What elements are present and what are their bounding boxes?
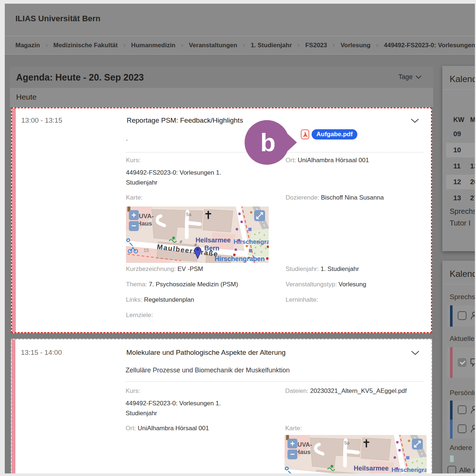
map-label-5a: 5a bbox=[186, 212, 191, 217]
agenda-title: Agenda: Heute - 20. Sep 2023 bbox=[16, 72, 144, 83]
breadcrumb-item-kurs[interactable]: 449492-FS2023-0: Vorlesungen 1. Studienj… bbox=[384, 42, 475, 49]
location-map[interactable]: SUVA- Haus 5a Heilsarmee Bern Hirschengr… bbox=[285, 435, 427, 473]
calendar-checkbox[interactable] bbox=[458, 424, 466, 433]
agenda-day-label: Heute bbox=[16, 93, 37, 101]
calendar-selection-panel: Kalender Sprechstunden Aktuelle Persönli… bbox=[442, 261, 475, 473]
divider bbox=[442, 89, 475, 90]
calendar-week-row[interactable]: 12 20 bbox=[446, 175, 475, 189]
calendar-week-row[interactable]: 10 bbox=[446, 143, 475, 157]
breadcrumb: Magazin › Medizinische Fakultät › Humanm… bbox=[5, 36, 475, 55]
collapse-event-button[interactable] bbox=[410, 118, 419, 125]
calendar-checkbox[interactable] bbox=[458, 358, 466, 367]
breadcrumb-item-fakultaet[interactable]: Medizinische Fakultät bbox=[53, 42, 118, 49]
section-heading-andere: Andere bbox=[450, 444, 472, 452]
event-time: 13:00 - 13:15 bbox=[21, 116, 62, 124]
calendar-panel-title: Kalender bbox=[450, 74, 475, 84]
section-heading-sprechstunden: Sprechstunden bbox=[450, 293, 475, 301]
dozierende-value: Bischoff Nina Susanna bbox=[321, 194, 384, 201]
kw-number: 09 bbox=[453, 130, 461, 138]
attachment-link[interactable]: Aufgabe.pdf bbox=[312, 129, 357, 140]
calendar-checkbox[interactable] bbox=[458, 311, 466, 320]
veranstaltungstyp-label: Veranstaltungstyp: bbox=[286, 281, 337, 288]
dateien-label: Dateien: bbox=[285, 387, 308, 394]
calendar-checkbox[interactable] bbox=[458, 405, 466, 414]
event-accent-bar bbox=[12, 339, 15, 473]
ort-value: UniAlhambra Hörsaal 001 bbox=[138, 425, 209, 432]
map-label-haus: Haus bbox=[137, 220, 152, 227]
section-heading-aktuelle: Aktuelle bbox=[450, 335, 475, 343]
kurs-link[interactable]: 449492-FS2023-0: Vorlesungen 1. Studienj… bbox=[126, 168, 240, 187]
person-icon bbox=[470, 311, 475, 320]
kw-number: 11 bbox=[453, 162, 461, 170]
map-zoom-out-button[interactable]: − bbox=[287, 450, 297, 460]
select-all-row: Alle anzeigen bbox=[442, 466, 475, 473]
event-description: . bbox=[126, 135, 128, 142]
kw-number: 10 bbox=[453, 146, 461, 154]
breadcrumb-item-fs2023[interactable]: FS2023 bbox=[305, 42, 327, 49]
calendar-event-text[interactable]: Tutor I bbox=[450, 219, 471, 227]
ort-label: Ort: bbox=[286, 157, 296, 164]
map-label-5a: 5a bbox=[344, 440, 350, 446]
map-zoom-in-button[interactable]: + bbox=[129, 210, 139, 220]
map-label-haus: Haus bbox=[295, 449, 310, 455]
collapse-event-button[interactable] bbox=[411, 350, 420, 357]
calendar-list-item bbox=[447, 401, 475, 420]
calendar-list-item bbox=[447, 305, 475, 327]
breadcrumb-item-magazin[interactable]: Magazin bbox=[15, 42, 40, 49]
breadcrumb-item-humanmedizin[interactable]: Humanmedizin bbox=[131, 42, 175, 49]
lernziele-label: Lernziele: bbox=[126, 312, 153, 319]
karte-label: Karte: bbox=[126, 194, 142, 201]
svg-text:+: + bbox=[290, 439, 295, 448]
dateien-value[interactable]: 20230321_Altern_KV5_AEggel.pdf bbox=[310, 387, 407, 394]
links-value[interactable]: Regelstundenplan bbox=[144, 296, 194, 303]
location-map[interactable]: ≠ ≠ ↑ SUVA- Haus 5a 15 Heilsarmee Bern H… bbox=[126, 207, 269, 263]
calendar-week-row[interactable]: 11 13 bbox=[446, 159, 475, 174]
chevron-down-icon bbox=[411, 350, 420, 356]
event-accent-bar bbox=[12, 108, 16, 332]
pdf-file-icon bbox=[301, 129, 309, 140]
chevron-right-icon: › bbox=[376, 41, 379, 49]
chevron-down-icon bbox=[410, 118, 419, 123]
map-zoom-in-button[interactable]: + bbox=[287, 439, 297, 449]
map-label-heilsarmee: Heilsarmee bbox=[354, 465, 388, 472]
breadcrumb-item-veranstaltungen[interactable]: Veranstaltungen bbox=[189, 42, 237, 49]
links-label: Links: bbox=[126, 296, 142, 303]
kurs-link[interactable]: 449492-FS2023-0: Vorlesungen 1. Studienj… bbox=[126, 398, 240, 418]
karte-label: Karte: bbox=[285, 425, 302, 432]
calendar-table-header: KW Mo bbox=[442, 113, 475, 126]
breadcrumb-item-vorlesung[interactable]: Vorlesung bbox=[341, 42, 371, 49]
calendar-color-bar bbox=[450, 420, 453, 439]
kurs-label: Kurs: bbox=[126, 387, 140, 394]
divider bbox=[126, 152, 424, 153]
event-attachment: Aufgabe.pdf bbox=[301, 129, 357, 140]
map-expand-button[interactable] bbox=[254, 210, 265, 221]
event-time: 13:15 - 14:00 bbox=[21, 349, 62, 357]
calendar-color-swatch bbox=[450, 455, 454, 462]
kw-date: 20 bbox=[470, 178, 475, 186]
chevron-right-icon: › bbox=[332, 41, 335, 49]
select-all-checkbox[interactable] bbox=[447, 466, 456, 473]
breadcrumb-item-studienjahr[interactable]: 1. Studienjahr bbox=[251, 42, 292, 49]
map-zoom-out-button[interactable]: − bbox=[129, 221, 139, 231]
event-card-molekulare[interactable]: 13:15 - 14:00 Molekulare und Pathologisc… bbox=[11, 339, 432, 473]
divider bbox=[126, 381, 424, 382]
kurzbezeichnung-label: Kurzbezeichnung: bbox=[126, 265, 176, 272]
studienjahr-value: 1. Studienjahr bbox=[320, 265, 359, 272]
svg-text:−: − bbox=[290, 450, 295, 459]
calendar-event-text[interactable]: Sprechstunde bbox=[450, 207, 475, 216]
ilias-page: ILIAS Universität Bern Magazin › Medizin… bbox=[5, 4, 475, 473]
view-mode-dropdown[interactable]: Tage bbox=[398, 73, 421, 81]
svg-text:−: − bbox=[131, 221, 136, 230]
calendar-week-row[interactable]: 09 bbox=[446, 127, 475, 141]
agenda-panel: Agenda: Heute - 20. Sep 2023 Tage Heute … bbox=[10, 67, 433, 473]
agenda-day-section: Heute bbox=[10, 88, 433, 107]
calendar-week-row[interactable]: 13 27 bbox=[446, 191, 475, 205]
thema-label: Thema: bbox=[126, 281, 147, 288]
event-card-reportage[interactable]: 13:00 - 13:15 Reportage PSM: Feedback/Hi… bbox=[11, 107, 432, 333]
calendar-color-bar bbox=[450, 401, 453, 420]
lerninhalte-label: Lerninhalte: bbox=[286, 296, 318, 303]
calendar-color-bar bbox=[450, 305, 453, 327]
calendar-list-item bbox=[447, 347, 475, 378]
chevron-right-icon: › bbox=[123, 41, 126, 49]
map-expand-button[interactable] bbox=[412, 439, 423, 450]
